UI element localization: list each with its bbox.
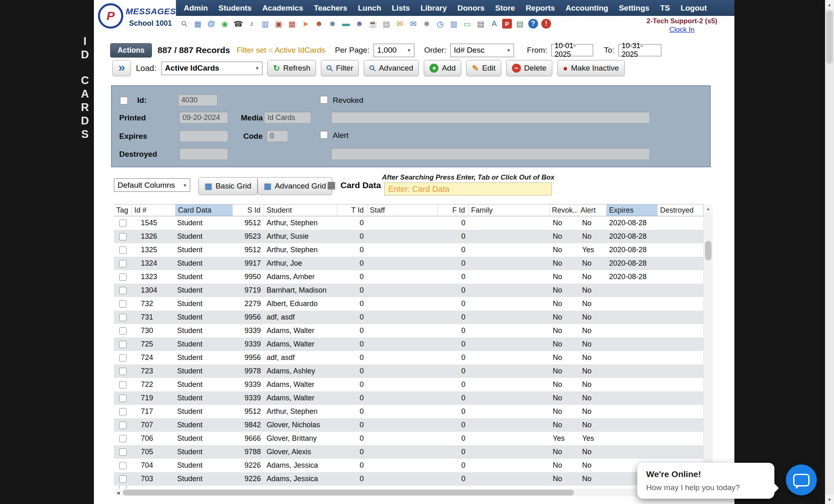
phone-icon[interactable]: ☎ [233, 18, 244, 29]
table-row[interactable]: 1325Student9512Arthur, Stephen00NoYes202… [114, 243, 703, 257]
pdf-icon[interactable]: P [502, 19, 512, 29]
col-header-staff[interactable]: Staff [367, 204, 438, 216]
table-row[interactable]: 705Student9788Glover, Alexis00NoNo [114, 445, 703, 459]
advanced-grid-button[interactable]: ▦ Advanced Grid [258, 177, 332, 195]
id-input[interactable]: 4030 [178, 94, 218, 106]
edit-button[interactable]: ✎Edit [466, 60, 501, 76]
person-icon[interactable]: ☻ [421, 18, 432, 29]
expires-input[interactable] [179, 130, 228, 142]
table-row[interactable]: 703Student9226Adams, Jessica00NoNo [114, 472, 703, 486]
table-row[interactable]: 732Student2279Albert, Eduardo00NoNo [114, 297, 703, 311]
actions-button[interactable]: Actions [110, 43, 152, 58]
col-header-tag[interactable]: Tag [114, 204, 132, 216]
order-select[interactable]: Id# Desc ▼ [450, 44, 514, 57]
to-date-input[interactable]: 10-31-2025 [618, 44, 661, 56]
row-checkbox[interactable] [119, 475, 127, 483]
make-inactive-button[interactable]: ●Make Inactive [557, 60, 625, 76]
row-checkbox[interactable] [119, 381, 127, 389]
nav-item-logout[interactable]: Logout [675, 4, 712, 13]
row-checkbox[interactable] [119, 448, 127, 456]
per-page-select[interactable]: 1,000 ▼ [374, 44, 414, 57]
table-row[interactable]: 1545Student9512Arthur, Stephen00NoNo2020… [114, 216, 703, 230]
row-checkbox[interactable] [119, 300, 127, 308]
table-row[interactable]: 730Student9339Adams, Walter00NoNo [114, 324, 703, 337]
row-checkbox[interactable] [119, 220, 127, 227]
nav-item-academics[interactable]: Academics [257, 4, 308, 13]
calendar-grid-icon[interactable]: ▦ [192, 18, 203, 29]
horizontal-scroll-thumb[interactable] [123, 490, 574, 495]
app-logo[interactable]: P MESSAGES School 1001 [94, 0, 176, 32]
row-checkbox[interactable] [119, 327, 127, 335]
collapse-button[interactable]: » [112, 60, 131, 76]
printer-icon[interactable]: ▤ [475, 18, 486, 29]
col-header-card-data[interactable]: Card Data [176, 204, 233, 216]
col-header-f-id[interactable]: F Id [438, 204, 469, 216]
printed-input[interactable]: 09-20-2024 [179, 111, 228, 124]
nav-item-accounting[interactable]: Accounting [560, 4, 614, 13]
delete-button[interactable]: −Delete [506, 60, 552, 76]
table-row[interactable]: 717Student9512Arthur, Stephen00NoNo [114, 405, 703, 418]
table-row[interactable]: 1324Student9917Arthur, Joe00NoNo2020-08-… [114, 257, 703, 270]
table-row[interactable]: 1326Student9523Arthur, Susie00NoNo2020-0… [114, 230, 703, 243]
email-at-icon[interactable]: @ [206, 18, 217, 29]
nav-item-settings[interactable]: Settings [614, 4, 655, 13]
mail-icon[interactable]: ✉ [394, 18, 405, 29]
notepad-icon[interactable]: ▤ [381, 18, 392, 29]
row-checkbox[interactable] [119, 408, 127, 415]
id-card-icon[interactable]: ▬ [340, 18, 351, 29]
search-icon[interactable]: ⚲ [176, 16, 192, 31]
destroyed-input[interactable] [179, 148, 228, 160]
table-row[interactable]: 707Student9842Glover, Nicholas00NoNo [114, 418, 703, 432]
revoked-note-input[interactable] [331, 111, 650, 124]
nav-item-ts[interactable]: TS [655, 4, 675, 13]
revoked-checkbox[interactable] [320, 96, 328, 104]
table-row[interactable]: 1323Student9950Adams, Amber00NoNo2020-08… [114, 270, 703, 284]
ledger-icon[interactable]: ▥ [448, 18, 459, 29]
load-select[interactable]: Active IdCards ▼ [161, 62, 262, 75]
chat-launcher-button[interactable] [786, 464, 817, 495]
card-data-search-input[interactable]: Enter: Card Data [384, 182, 552, 195]
table-row[interactable]: 1304Student9719Barnhart, Madison00NoNo [114, 284, 703, 297]
filter-button[interactable]: ⚲Filter [321, 60, 359, 76]
col-header-expires[interactable]: Expires [607, 204, 658, 216]
table-row[interactable]: 706Student9666Glover, Brittany00YesYes [114, 432, 703, 445]
nav-item-students[interactable]: Students [213, 4, 257, 13]
clock-icon[interactable]: ◷ [435, 18, 446, 29]
clock-in-link[interactable]: Clock In [642, 25, 722, 34]
money-icon[interactable]: ▭ [462, 18, 473, 29]
row-checkbox[interactable] [119, 462, 127, 469]
table-row[interactable]: 722Student9339Adams, Walter00NoNo [114, 378, 703, 391]
nav-item-lunch[interactable]: Lunch [353, 4, 387, 13]
row-checkbox[interactable] [119, 422, 127, 429]
table-row[interactable]: 704Student9226Adams, Jessica00NoNo [114, 459, 703, 472]
warning-icon[interactable]: ! [541, 19, 551, 29]
code-input[interactable]: 0 [266, 130, 288, 142]
refresh-button[interactable]: ↻Refresh [267, 60, 316, 76]
row-checkbox[interactable] [119, 273, 127, 281]
student-blue-icon[interactable]: ☻ [327, 18, 338, 29]
row-checkbox[interactable] [119, 435, 127, 442]
col-header-family[interactable]: Family [469, 204, 549, 216]
page-scroll-up-button[interactable]: ▲ [825, 0, 834, 9]
add-button[interactable]: +Add [424, 60, 461, 76]
people-search-icon[interactable]: ☻ [354, 18, 365, 29]
calendar-icon[interactable]: ▦ [287, 18, 298, 29]
col-header-alert[interactable]: Alert [578, 204, 607, 216]
row-checkbox[interactable] [119, 354, 127, 362]
row-checkbox[interactable] [119, 260, 127, 267]
col-header-id[interactable]: Id # [132, 204, 176, 216]
table-row-partial[interactable] [114, 486, 703, 489]
columns-select[interactable]: Default Columns ▼ [114, 178, 190, 192]
col-header-revok[interactable]: Revok... [549, 204, 578, 216]
table-row[interactable]: 731Student9956adf, asdf00NoNo [114, 311, 703, 324]
vertical-scroll-thumb[interactable] [705, 241, 712, 260]
row-checkbox[interactable] [119, 395, 127, 402]
from-date-input[interactable]: 10-01-2025 [551, 44, 593, 56]
media-input[interactable]: Id Cards [264, 111, 311, 124]
nav-item-lists[interactable]: Lists [387, 4, 415, 13]
advanced-button[interactable]: ⚲Advanced [364, 60, 419, 76]
web-icon[interactable]: ◉ [219, 18, 230, 29]
nav-item-donors[interactable]: Donors [452, 4, 490, 13]
help-icon[interactable]: ? [528, 19, 538, 29]
alert-note-input[interactable] [331, 148, 650, 160]
